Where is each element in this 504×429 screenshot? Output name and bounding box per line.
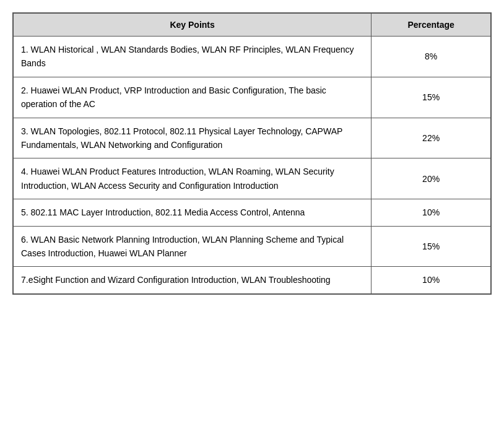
percentage-cell-7: 10% bbox=[371, 267, 491, 293]
table-row: 6. WLAN Basic Network Planning Introduct… bbox=[14, 226, 491, 267]
table-header-row: Key Points Percentage bbox=[14, 14, 491, 37]
percentage-cell-5: 10% bbox=[371, 199, 491, 226]
key-points-table: Key Points Percentage 1. WLAN Historical… bbox=[13, 13, 491, 294]
table-row: 5. 802.11 MAC Layer Introduction, 802.11… bbox=[14, 199, 491, 226]
table-row: 7.eSight Function and Wizard Configurati… bbox=[14, 267, 491, 293]
percentage-cell-1: 8% bbox=[371, 37, 491, 77]
table-row: 1. WLAN Historical , WLAN Standards Bodi… bbox=[14, 37, 491, 77]
key-points-cell-1: 1. WLAN Historical , WLAN Standards Bodi… bbox=[14, 37, 371, 77]
table-row: 2. Huawei WLAN Product, VRP Introduction… bbox=[14, 77, 491, 118]
table-row: 3. WLAN Topologies, 802.11 Protocol, 802… bbox=[14, 118, 491, 158]
key-points-cell-4: 4. Huawei WLAN Product Features Introduc… bbox=[14, 158, 371, 199]
key-points-cell-5: 5. 802.11 MAC Layer Introduction, 802.11… bbox=[14, 199, 371, 226]
main-table-container: Key Points Percentage 1. WLAN Historical… bbox=[12, 12, 492, 295]
key-points-cell-2: 2. Huawei WLAN Product, VRP Introduction… bbox=[14, 77, 371, 118]
percentage-cell-4: 20% bbox=[371, 158, 491, 199]
key-points-cell-6: 6. WLAN Basic Network Planning Introduct… bbox=[14, 226, 371, 267]
header-key-points: Key Points bbox=[14, 14, 371, 37]
percentage-cell-3: 22% bbox=[371, 118, 491, 158]
key-points-cell-7: 7.eSight Function and Wizard Configurati… bbox=[14, 267, 371, 293]
percentage-cell-2: 15% bbox=[371, 77, 491, 118]
percentage-cell-6: 15% bbox=[371, 226, 491, 267]
key-points-cell-3: 3. WLAN Topologies, 802.11 Protocol, 802… bbox=[14, 118, 371, 158]
header-percentage: Percentage bbox=[371, 14, 491, 37]
table-row: 4. Huawei WLAN Product Features Introduc… bbox=[14, 158, 491, 199]
